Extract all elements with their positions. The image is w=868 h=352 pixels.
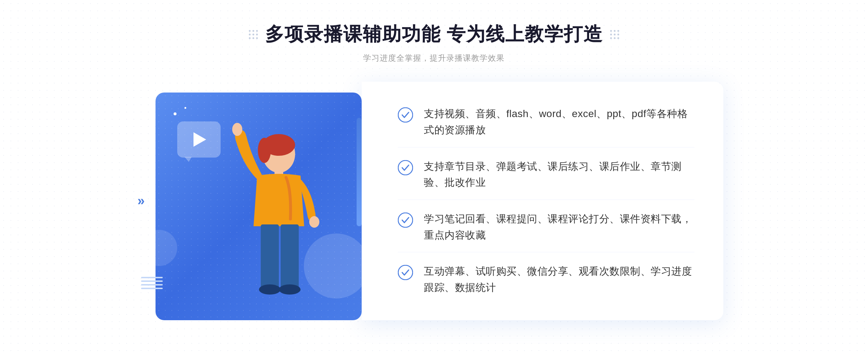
svg-point-9 [279,284,301,295]
svg-rect-6 [261,224,279,289]
feature-item: 互动弹幕、试听购买、微信分享、观看次数限制、学习进度跟踪、数据统计 [398,255,694,305]
check-circle-icon [398,213,413,228]
feature-item: 学习笔记回看、课程提问、课程评论打分、课件资料下载，重点内容收藏 [398,202,694,253]
decorative-lines [141,277,163,291]
deco-line [141,280,163,282]
svg-point-12 [398,213,413,227]
check-circle-icon [398,160,413,175]
illustration-area: » [145,82,362,320]
page-container: 多项录播课辅助功能 专为线上教学打造 [0,0,868,352]
dot [252,34,254,35]
dot [617,30,619,32]
feature-item: 支持视频、音频、flash、word、excel、ppt、pdf等各种格式的资源… [398,97,694,147]
dot [614,34,616,35]
feature-text-4: 互动弹幕、试听购买、微信分享、观看次数限制、学习进度跟踪、数据统计 [424,263,694,296]
dot [249,34,251,35]
dot [256,34,258,35]
dot [252,30,254,32]
svg-point-11 [398,160,413,175]
page-title: 多项录播课辅助功能 专为线上教学打造 [265,22,603,47]
feature-text-1: 支持视频、音频、flash、word、excel、ppt、pdf等各种格式的资源… [424,106,694,138]
dot [252,37,254,39]
person-illustration [228,111,329,320]
sparkle-decoration [174,112,176,115]
svg-point-8 [259,284,281,295]
vertical-bar-decoration [357,118,362,226]
illustration-card [156,93,362,320]
check-circle-icon [398,107,413,123]
svg-point-5 [309,216,319,228]
feature-text-3: 学习笔记回看、课程提问、课程评论打分、课件资料下载，重点内容收藏 [424,211,694,244]
svg-point-2 [258,138,271,163]
check-circle-icon [398,265,413,280]
dot [610,37,612,39]
dot [249,37,251,39]
left-decorative-dots [249,30,258,39]
chevron-right-icon: » [137,193,145,209]
sparkle-decoration [184,107,186,109]
left-chevrons: » [137,193,145,209]
dot [610,30,612,32]
dot [256,37,258,39]
dot [256,30,258,32]
dot [249,30,251,32]
deco-line [141,284,163,286]
play-bubble [177,121,221,158]
feature-text-2: 支持章节目录、弹题考试、课后练习、课后作业、章节测验、批改作业 [424,159,694,191]
svg-point-4 [232,123,242,136]
play-icon [193,132,206,147]
feature-item: 支持章节目录、弹题考试、课后练习、课后作业、章节测验、批改作业 [398,150,694,200]
svg-point-10 [398,108,413,122]
dot [614,30,616,32]
content-section: » [145,82,723,320]
page-subtitle: 学习进度全掌握，提升录播课教学效果 [249,53,619,64]
dot [614,37,616,39]
dot [610,34,612,35]
features-area: 支持视频、音频、flash、word、excel、ppt、pdf等各种格式的资源… [362,82,723,320]
svg-point-13 [398,265,413,280]
header-title-row: 多项录播课辅助功能 专为线上教学打造 [249,22,619,47]
deco-line [141,288,163,289]
dot [617,34,619,35]
deco-line [141,277,163,278]
svg-rect-7 [281,224,299,289]
deco-circle-medium [156,230,177,266]
right-decorative-dots [610,30,619,39]
header-section: 多项录播课辅助功能 专为线上教学打造 [249,22,619,64]
dot [617,37,619,39]
